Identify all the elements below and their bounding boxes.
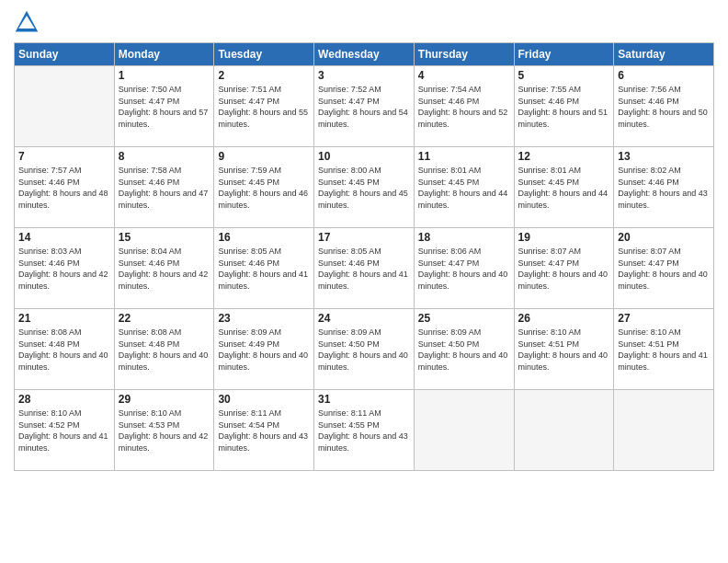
day-number: 9 — [218, 150, 310, 163]
calendar-cell: 5Sunrise: 7:55 AMSunset: 4:46 PMDaylight… — [514, 66, 614, 147]
calendar-cell: 27Sunrise: 8:10 AMSunset: 4:51 PMDayligh… — [614, 309, 714, 390]
day-number: 18 — [418, 231, 510, 244]
calendar-cell: 23Sunrise: 8:09 AMSunset: 4:49 PMDayligh… — [214, 309, 314, 390]
calendar-cell: 1Sunrise: 7:50 AMSunset: 4:47 PMDaylight… — [114, 66, 214, 147]
calendar-cell: 28Sunrise: 8:10 AMSunset: 4:52 PMDayligh… — [15, 390, 115, 471]
day-info: Sunrise: 8:10 AMSunset: 4:53 PMDaylight:… — [119, 408, 210, 454]
day-info: Sunrise: 7:52 AMSunset: 4:47 PMDaylight:… — [318, 84, 410, 130]
calendar-cell: 14Sunrise: 8:03 AMSunset: 4:46 PMDayligh… — [15, 228, 115, 309]
calendar-header-saturday: Saturday — [614, 43, 714, 66]
calendar-cell: 18Sunrise: 8:06 AMSunset: 4:47 PMDayligh… — [414, 228, 514, 309]
calendar: SundayMondayTuesdayWednesdayThursdayFrid… — [14, 42, 714, 471]
day-number: 24 — [318, 312, 410, 325]
calendar-cell: 25Sunrise: 8:09 AMSunset: 4:50 PMDayligh… — [414, 309, 514, 390]
day-number: 26 — [518, 312, 610, 325]
day-number: 10 — [318, 150, 410, 163]
day-info: Sunrise: 8:08 AMSunset: 4:48 PMDaylight:… — [18, 327, 110, 373]
calendar-cell: 11Sunrise: 8:01 AMSunset: 4:45 PMDayligh… — [414, 147, 514, 228]
day-info: Sunrise: 8:00 AMSunset: 4:45 PMDaylight:… — [318, 165, 410, 211]
day-number: 17 — [318, 231, 410, 244]
calendar-week-1: 7Sunrise: 7:57 AMSunset: 4:46 PMDaylight… — [15, 147, 714, 228]
day-info: Sunrise: 8:02 AMSunset: 4:46 PMDaylight:… — [618, 165, 710, 211]
day-info: Sunrise: 7:58 AMSunset: 4:46 PMDaylight:… — [119, 165, 210, 211]
day-number: 14 — [18, 231, 110, 244]
header — [14, 9, 714, 35]
calendar-cell: 24Sunrise: 8:09 AMSunset: 4:50 PMDayligh… — [314, 309, 415, 390]
day-number: 6 — [618, 69, 710, 82]
day-info: Sunrise: 8:10 AMSunset: 4:52 PMDaylight:… — [18, 408, 110, 454]
day-number: 8 — [119, 150, 210, 163]
day-info: Sunrise: 8:04 AMSunset: 4:46 PMDaylight:… — [119, 246, 210, 292]
calendar-cell: 17Sunrise: 8:05 AMSunset: 4:46 PMDayligh… — [314, 228, 415, 309]
calendar-week-2: 14Sunrise: 8:03 AMSunset: 4:46 PMDayligh… — [15, 228, 714, 309]
calendar-header-sunday: Sunday — [15, 43, 115, 66]
day-info: Sunrise: 8:11 AMSunset: 4:55 PMDaylight:… — [318, 408, 410, 454]
day-info: Sunrise: 8:01 AMSunset: 4:45 PMDaylight:… — [418, 165, 510, 211]
calendar-week-0: 1Sunrise: 7:50 AMSunset: 4:47 PMDaylight… — [15, 66, 714, 147]
calendar-cell: 8Sunrise: 7:58 AMSunset: 4:46 PMDaylight… — [114, 147, 214, 228]
day-number: 4 — [418, 69, 510, 82]
day-info: Sunrise: 8:10 AMSunset: 4:51 PMDaylight:… — [618, 327, 710, 373]
calendar-header-row: SundayMondayTuesdayWednesdayThursdayFrid… — [15, 43, 714, 66]
day-info: Sunrise: 8:09 AMSunset: 4:50 PMDaylight:… — [418, 327, 510, 373]
day-number: 11 — [418, 150, 510, 163]
day-info: Sunrise: 7:59 AMSunset: 4:45 PMDaylight:… — [218, 165, 310, 211]
calendar-header-thursday: Thursday — [414, 43, 514, 66]
calendar-cell: 15Sunrise: 8:04 AMSunset: 4:46 PMDayligh… — [114, 228, 214, 309]
calendar-cell: 20Sunrise: 8:07 AMSunset: 4:47 PMDayligh… — [614, 228, 714, 309]
calendar-cell: 30Sunrise: 8:11 AMSunset: 4:54 PMDayligh… — [214, 390, 314, 471]
day-info: Sunrise: 8:05 AMSunset: 4:46 PMDaylight:… — [218, 246, 310, 292]
day-info: Sunrise: 7:57 AMSunset: 4:46 PMDaylight:… — [18, 165, 110, 211]
calendar-header-wednesday: Wednesday — [314, 43, 415, 66]
day-number: 31 — [318, 393, 410, 406]
calendar-cell: 26Sunrise: 8:10 AMSunset: 4:51 PMDayligh… — [514, 309, 614, 390]
logo — [14, 9, 43, 35]
day-number: 25 — [418, 312, 510, 325]
day-info: Sunrise: 8:07 AMSunset: 4:47 PMDaylight:… — [518, 246, 610, 292]
calendar-cell: 4Sunrise: 7:54 AMSunset: 4:46 PMDaylight… — [414, 66, 514, 147]
calendar-week-4: 28Sunrise: 8:10 AMSunset: 4:52 PMDayligh… — [15, 390, 714, 471]
calendar-cell: 21Sunrise: 8:08 AMSunset: 4:48 PMDayligh… — [15, 309, 115, 390]
calendar-cell: 22Sunrise: 8:08 AMSunset: 4:48 PMDayligh… — [114, 309, 214, 390]
day-info: Sunrise: 8:09 AMSunset: 4:50 PMDaylight:… — [318, 327, 410, 373]
day-number: 29 — [119, 393, 210, 406]
day-info: Sunrise: 8:11 AMSunset: 4:54 PMDaylight:… — [218, 408, 310, 454]
calendar-header-tuesday: Tuesday — [214, 43, 314, 66]
day-number: 13 — [618, 150, 710, 163]
day-number: 20 — [618, 231, 710, 244]
day-info: Sunrise: 7:54 AMSunset: 4:46 PMDaylight:… — [418, 84, 510, 130]
logo-icon — [14, 9, 40, 35]
calendar-header-monday: Monday — [114, 43, 214, 66]
day-info: Sunrise: 8:09 AMSunset: 4:49 PMDaylight:… — [218, 327, 310, 373]
day-number: 15 — [119, 231, 210, 244]
day-number: 30 — [218, 393, 310, 406]
calendar-cell: 2Sunrise: 7:51 AMSunset: 4:47 PMDaylight… — [214, 66, 314, 147]
calendar-cell — [514, 390, 614, 471]
day-number: 1 — [119, 69, 210, 82]
calendar-cell: 3Sunrise: 7:52 AMSunset: 4:47 PMDaylight… — [314, 66, 415, 147]
calendar-cell: 10Sunrise: 8:00 AMSunset: 4:45 PMDayligh… — [314, 147, 415, 228]
calendar-cell — [15, 66, 115, 147]
calendar-header-friday: Friday — [514, 43, 614, 66]
calendar-cell: 6Sunrise: 7:56 AMSunset: 4:46 PMDaylight… — [614, 66, 714, 147]
day-number: 7 — [18, 150, 110, 163]
calendar-cell: 12Sunrise: 8:01 AMSunset: 4:45 PMDayligh… — [514, 147, 614, 228]
day-number: 12 — [518, 150, 610, 163]
day-info: Sunrise: 8:05 AMSunset: 4:46 PMDaylight:… — [318, 246, 410, 292]
day-number: 23 — [218, 312, 310, 325]
page: SundayMondayTuesdayWednesdayThursdayFrid… — [0, 0, 728, 563]
day-info: Sunrise: 8:01 AMSunset: 4:45 PMDaylight:… — [518, 165, 610, 211]
calendar-cell: 13Sunrise: 8:02 AMSunset: 4:46 PMDayligh… — [614, 147, 714, 228]
calendar-week-3: 21Sunrise: 8:08 AMSunset: 4:48 PMDayligh… — [15, 309, 714, 390]
day-number: 21 — [18, 312, 110, 325]
day-info: Sunrise: 7:50 AMSunset: 4:47 PMDaylight:… — [119, 84, 210, 130]
calendar-cell: 31Sunrise: 8:11 AMSunset: 4:55 PMDayligh… — [314, 390, 415, 471]
calendar-cell: 19Sunrise: 8:07 AMSunset: 4:47 PMDayligh… — [514, 228, 614, 309]
day-info: Sunrise: 8:08 AMSunset: 4:48 PMDaylight:… — [119, 327, 210, 373]
day-info: Sunrise: 8:07 AMSunset: 4:47 PMDaylight:… — [618, 246, 710, 292]
calendar-cell: 16Sunrise: 8:05 AMSunset: 4:46 PMDayligh… — [214, 228, 314, 309]
day-number: 3 — [318, 69, 410, 82]
calendar-cell — [414, 390, 514, 471]
day-info: Sunrise: 7:56 AMSunset: 4:46 PMDaylight:… — [618, 84, 710, 130]
day-number: 22 — [119, 312, 210, 325]
